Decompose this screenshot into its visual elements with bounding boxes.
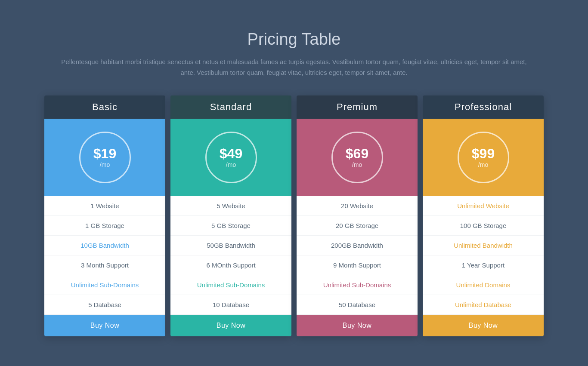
pricing-grid: Basic$19/mo1 Website1 GB Storage10GB Ban… — [44, 95, 544, 336]
plan-price-area-basic: $19/mo — [44, 119, 165, 196]
feature-standard-4: Unlimited Sub-Domains — [170, 275, 291, 295]
feature-professional-2: Unlimited Bandwidth — [423, 236, 544, 255]
buy-button-professional[interactable]: Buy Now — [423, 315, 544, 336]
price-amount-professional: $99 — [472, 146, 495, 161]
feature-basic-5: 5 Database — [44, 295, 165, 315]
feature-professional-4: Unlimited Domains — [423, 275, 544, 295]
feature-basic-0: 1 Website — [44, 196, 165, 216]
plan-header-standard: Standard — [170, 95, 291, 119]
plan-name-standard: Standard — [210, 101, 252, 112]
feature-standard-1: 5 GB Storage — [170, 216, 291, 236]
price-circle-standard: $49/mo — [205, 132, 257, 183]
plan-card-standard: Standard$49/mo5 Website5 GB Storage50GB … — [170, 95, 291, 336]
plan-name-professional: Professional — [455, 101, 512, 112]
price-circle-premium: $69/mo — [331, 132, 383, 183]
price-amount-standard: $49 — [220, 146, 242, 161]
feature-premium-1: 20 GB Storage — [297, 216, 418, 236]
feature-professional-5: Unlimited Database — [423, 295, 544, 315]
plan-card-professional: Professional$99/moUnlimited Website100 G… — [423, 95, 544, 336]
plan-card-premium: Premium$69/mo20 Website20 GB Storage200G… — [297, 95, 418, 336]
feature-premium-4: Unlimited Sub-Domains — [297, 275, 418, 295]
plan-price-area-premium: $69/mo — [297, 119, 418, 196]
plan-features-premium: 20 Website20 GB Storage200GB Bandwidth9 … — [297, 196, 418, 315]
price-amount-basic: $19 — [93, 146, 116, 161]
page-subtitle: Pellentesque habitant morbi tristique se… — [57, 56, 531, 78]
plan-price-area-standard: $49/mo — [170, 119, 291, 196]
buy-button-premium[interactable]: Buy Now — [297, 315, 418, 336]
plan-features-professional: Unlimited Website100 GB StorageUnlimited… — [423, 196, 544, 315]
price-circle-basic: $19/mo — [79, 132, 131, 183]
price-period-professional: /mo — [478, 161, 488, 168]
price-circle-professional: $99/mo — [458, 132, 509, 183]
feature-standard-5: 10 Database — [170, 295, 291, 315]
plan-price-area-professional: $99/mo — [423, 119, 544, 196]
page-title: Pricing Table — [57, 30, 531, 49]
feature-premium-0: 20 Website — [297, 196, 418, 216]
feature-basic-2: 10GB Bandwidth — [44, 236, 165, 255]
plan-name-basic: Basic — [92, 101, 118, 112]
plan-features-basic: 1 Website1 GB Storage10GB Bandwidth3 Mon… — [44, 196, 165, 315]
plan-header-basic: Basic — [44, 95, 165, 119]
feature-premium-3: 9 Month Support — [297, 255, 418, 275]
buy-button-standard[interactable]: Buy Now — [170, 315, 291, 336]
feature-professional-1: 100 GB Storage — [423, 216, 544, 236]
feature-basic-1: 1 GB Storage — [44, 216, 165, 236]
page-header: Pricing Table Pellentesque habitant morb… — [57, 30, 531, 78]
feature-premium-5: 50 Database — [297, 295, 418, 315]
price-period-basic: /mo — [100, 161, 110, 168]
price-amount-premium: $69 — [346, 146, 368, 161]
price-period-premium: /mo — [352, 161, 362, 168]
feature-premium-2: 200GB Bandwidth — [297, 236, 418, 255]
feature-standard-0: 5 Website — [170, 196, 291, 216]
price-period-standard: /mo — [226, 161, 236, 168]
feature-standard-2: 50GB Bandwidth — [170, 236, 291, 255]
feature-professional-0: Unlimited Website — [423, 196, 544, 216]
plan-header-premium: Premium — [297, 95, 418, 119]
plan-features-standard: 5 Website5 GB Storage50GB Bandwidth6 MOn… — [170, 196, 291, 315]
feature-standard-3: 6 MOnth Support — [170, 255, 291, 275]
feature-basic-3: 3 Month Support — [44, 255, 165, 275]
plan-header-professional: Professional — [423, 95, 544, 119]
feature-professional-3: 1 Year Support — [423, 255, 544, 275]
plan-card-basic: Basic$19/mo1 Website1 GB Storage10GB Ban… — [44, 95, 165, 336]
feature-basic-4: Unlimited Sub-Domains — [44, 275, 165, 295]
plan-name-premium: Premium — [337, 101, 378, 112]
buy-button-basic[interactable]: Buy Now — [44, 315, 165, 336]
